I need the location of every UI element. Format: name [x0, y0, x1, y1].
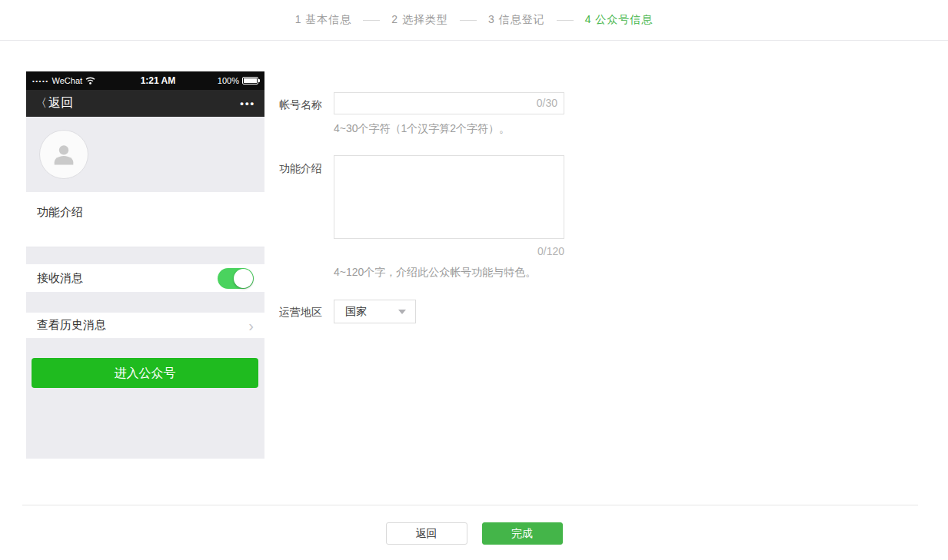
step-info-register: 3 信息登记: [488, 13, 545, 27]
phone-receive-label: 接收消息: [37, 271, 83, 286]
function-intro-field: [334, 155, 564, 239]
step-separator: [363, 20, 380, 21]
step-basic-info: 1 基本信息: [295, 13, 352, 27]
phone-profile-section: [26, 117, 264, 192]
battery-icon: [242, 77, 258, 84]
phone-preview: ••••• WeChat 1:21 AM 100% 〈 返回 •••: [26, 71, 264, 459]
phone-status-bar: ••••• WeChat 1:21 AM 100%: [26, 71, 264, 90]
battery-percent: 100%: [218, 76, 239, 85]
footer-divider: [22, 505, 918, 505]
person-icon: [50, 141, 78, 168]
carrier-label: WeChat: [52, 76, 83, 85]
phone-history-label: 查看历史消息: [37, 318, 106, 333]
toggle-knob: [234, 269, 253, 288]
region-label: 运营地区: [279, 306, 322, 320]
step-choose-type: 2 选择类型: [391, 13, 448, 27]
function-intro-counter: 0/120: [334, 245, 564, 257]
phone-intro-label: 功能介绍: [37, 205, 83, 218]
account-name-field: 0/30: [334, 92, 564, 114]
receive-toggle-on: [218, 268, 254, 289]
phone-bottom-section: 进入公众号: [26, 339, 264, 459]
phone-spacer: [26, 247, 264, 263]
status-time: 1:21 AM: [98, 75, 218, 86]
region-select[interactable]: 国家: [334, 300, 416, 323]
back-button[interactable]: 返回: [386, 522, 467, 545]
footer-actions: 返回 完成: [0, 522, 948, 545]
region-selected-value: 国家: [345, 305, 367, 319]
function-intro-label: 功能介绍: [279, 162, 322, 176]
phone-history-row: 查看历史消息 ›: [26, 312, 264, 339]
enter-account-button: 进入公众号: [32, 358, 258, 388]
wifi-icon: [85, 77, 95, 84]
account-name-input[interactable]: [334, 92, 564, 114]
function-intro-textarea[interactable]: [334, 155, 564, 239]
phone-intro-row: 功能介绍: [26, 192, 264, 247]
more-dots-icon: •••: [240, 98, 255, 109]
phone-back-label: 返回: [48, 95, 73, 111]
phone-receive-row: 接收消息: [26, 263, 264, 293]
step-account-info-active: 4 公众号信息: [585, 13, 654, 27]
step-separator: [557, 20, 574, 21]
account-name-label: 帐号名称: [279, 98, 322, 112]
registration-page: 1 基本信息 2 选择类型 3 信息登记 4 公众号信息 ••••• WeCha…: [0, 0, 948, 560]
finish-button[interactable]: 完成: [482, 522, 563, 545]
signal-dots-icon: •••••: [32, 78, 49, 84]
phone-spacer: [26, 293, 264, 312]
back-chevron-icon: 〈: [35, 96, 47, 111]
function-intro-hint: 4~120个字，介绍此公众帐号功能与特色。: [334, 266, 536, 280]
phone-nav-bar: 〈 返回 •••: [26, 90, 264, 117]
chevron-right-icon: ›: [248, 318, 254, 333]
step-separator: [460, 20, 477, 21]
account-name-hint: 4~30个字符（1个汉字算2个字符）。: [334, 122, 510, 136]
avatar: [39, 130, 88, 179]
dropdown-caret-icon: [398, 310, 406, 314]
wizard-stepper: 1 基本信息 2 选择类型 3 信息登记 4 公众号信息: [0, 0, 948, 41]
